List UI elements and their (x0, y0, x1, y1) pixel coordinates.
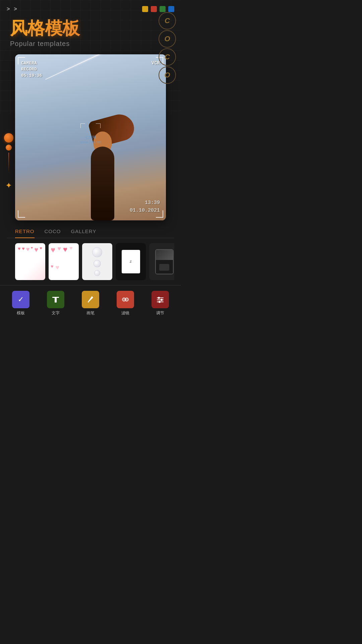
tab-retro[interactable]: RETRO (15, 228, 35, 238)
tabs-row: RETRO COCO GALLERY (7, 224, 174, 238)
color-yellow[interactable] (142, 6, 148, 12)
deco-letter-c1: C (159, 12, 176, 30)
deco-letter-o2: O (159, 66, 176, 84)
page-title-cn: 风格模板 (10, 19, 171, 38)
template-thumb-5[interactable] (149, 243, 174, 280)
deco-coco: C O C O (159, 12, 176, 84)
thumbnails-row: ♥ ♥ ♥ ♥ ♥ ♥ ♥ ♥ ♥ ♥ ♥ ♥ Z (7, 238, 174, 285)
toolbar-brush[interactable]: 画笔 (79, 291, 102, 316)
template-icon: ✓ (12, 291, 29, 308)
orange-circle-large (4, 133, 13, 143)
toolbar-text[interactable]: 文字 (44, 291, 67, 316)
color-blue[interactable] (168, 6, 174, 12)
dark-thumb-inner: Z (122, 250, 140, 273)
check-icon: ✓ (18, 295, 24, 304)
deco-letter-o1: O (159, 30, 176, 48)
adjust-icon (152, 291, 169, 308)
top-nav[interactable]: > > (7, 6, 17, 12)
back-chevron-1[interactable]: > (7, 6, 10, 12)
filter-icon (117, 291, 134, 308)
adjust-svg (156, 295, 165, 304)
tab-coco[interactable]: COCO (45, 228, 61, 238)
toolbar-filter-label: 滤镜 (121, 310, 129, 316)
left-decoration: ✦ (4, 133, 13, 190)
page-title-en: Popular templates (10, 40, 171, 48)
heart-icon: ♥ (22, 246, 24, 251)
orange-circle-small (6, 145, 12, 151)
left-line (8, 153, 9, 173)
brush-icon (82, 291, 99, 308)
brush-svg (86, 295, 95, 304)
text-icon (47, 291, 64, 308)
page-header: 风格模板 Popular templates C O C O (0, 15, 181, 54)
toolbar-adjust[interactable]: 调节 (148, 291, 172, 316)
svg-point-9 (159, 301, 161, 303)
tabs-section: RETRO COCO GALLERY ♥ ♥ ♥ ♥ ♥ ♥ ♥ ♥ ♥ ♥ ♥… (0, 224, 181, 285)
heart-icon: ♥ (51, 264, 53, 278)
heart-icon: ♥ (69, 245, 73, 262)
svg-rect-1 (55, 298, 57, 303)
template-thumb-4[interactable]: Z (116, 243, 146, 280)
toolbar-text-label: 文字 (52, 310, 60, 316)
heart-icon: ♥ (31, 246, 33, 250)
preview-card[interactable]: CAMERA RECORD 05:19:36 VCR 13:39 01.10.2… (15, 54, 166, 220)
bubble-icon (92, 247, 102, 257)
star-icon: ✦ (5, 181, 12, 190)
filter-svg (121, 295, 130, 304)
heart-icon: ♥ (57, 245, 61, 262)
toolbar-brush-label: 画笔 (86, 310, 95, 316)
toolbar-template[interactable]: ✓ 模板 (9, 291, 33, 316)
bubble-icon (94, 260, 101, 267)
tab-gallery[interactable]: GALLERY (71, 228, 97, 238)
heart-icon: ♥ (40, 246, 42, 251)
text-svg (51, 295, 60, 304)
heart-icon-large: ♥ (26, 246, 30, 253)
heart-icon: ♥ (55, 264, 59, 278)
back-chevron-2[interactable]: > (14, 6, 17, 12)
toolbar-adjust-label: 调节 (156, 310, 164, 316)
toolbar-template-label: 模板 (17, 310, 25, 316)
heart-icon: ♥ (51, 245, 55, 262)
svg-point-3 (125, 298, 128, 301)
sky-background (15, 54, 166, 220)
svg-point-8 (161, 299, 163, 301)
top-bar: > > (0, 0, 181, 15)
bottom-toolbar: ✓ 模板 文字 画笔 (0, 285, 181, 323)
bubble-icon (94, 270, 100, 276)
color-green[interactable] (160, 6, 166, 12)
heart-icon: ♥ (34, 246, 38, 254)
template-thumb-2[interactable]: ♥ ♥ ♥ ♥ ♥ ♥ (49, 243, 79, 280)
toolbar-filter[interactable]: 滤镜 (114, 291, 137, 316)
heart-icon: ♥ (63, 245, 67, 262)
template-thumb-1[interactable]: ♥ ♥ ♥ ♥ ♥ ♥ (15, 243, 45, 280)
template-thumb-3[interactable] (82, 243, 112, 280)
toolbar-items: ✓ 模板 文字 画笔 (0, 288, 181, 316)
svg-rect-0 (52, 297, 59, 298)
color-red[interactable] (151, 6, 157, 12)
color-palette (142, 6, 174, 12)
phone-mockup (155, 249, 174, 274)
heart-icon: ♥ (18, 246, 20, 251)
deco-letter-c2: C (159, 48, 176, 66)
svg-point-7 (158, 297, 160, 299)
